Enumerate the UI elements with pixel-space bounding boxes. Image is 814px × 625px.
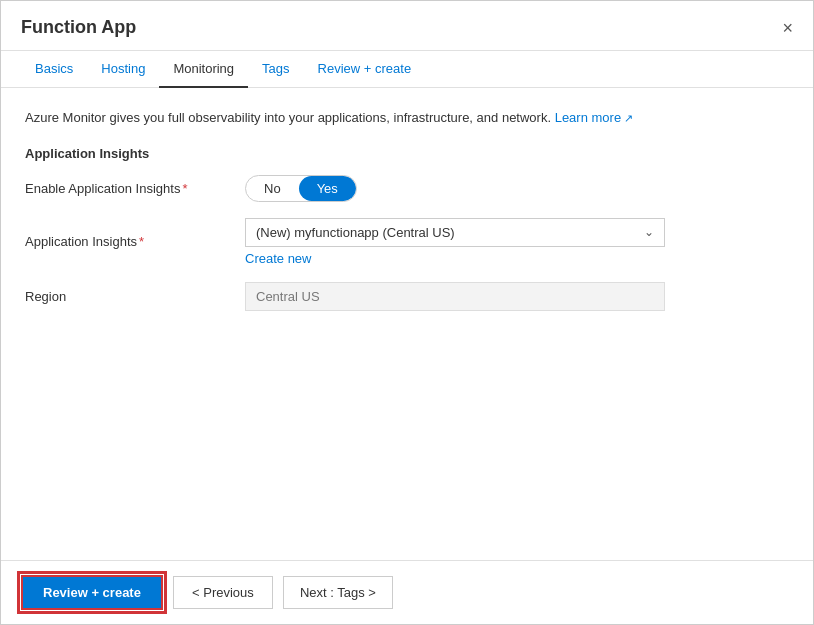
previous-button[interactable]: < Previous bbox=[173, 576, 273, 609]
insights-label: Application Insights* bbox=[25, 234, 245, 249]
enable-toggle[interactable]: No Yes bbox=[245, 175, 357, 202]
section-title: Application Insights bbox=[25, 146, 789, 161]
dialog-header: Function App × bbox=[1, 1, 813, 51]
dialog-footer: Review + create < Previous Next : Tags > bbox=[1, 560, 813, 624]
function-app-dialog: Function App × Basics Hosting Monitoring… bbox=[0, 0, 814, 625]
create-new-link[interactable]: Create new bbox=[245, 251, 311, 266]
insights-dropdown-wrapper: (New) myfunctionapp (Central US) ⌄ Creat… bbox=[245, 218, 665, 266]
region-label: Region bbox=[25, 289, 245, 304]
toggle-yes[interactable]: Yes bbox=[299, 176, 356, 201]
insights-row: Application Insights* (New) myfunctionap… bbox=[25, 218, 789, 266]
insights-select-value: (New) myfunctionapp (Central US) bbox=[246, 219, 664, 246]
dialog-title: Function App bbox=[21, 17, 136, 50]
tab-review-create[interactable]: Review + create bbox=[304, 51, 426, 88]
toggle-no[interactable]: No bbox=[246, 176, 299, 201]
tab-hosting[interactable]: Hosting bbox=[87, 51, 159, 88]
review-create-button[interactable]: Review + create bbox=[21, 575, 163, 610]
region-control bbox=[245, 282, 665, 311]
insights-select[interactable]: (New) myfunctionapp (Central US) ⌄ bbox=[245, 218, 665, 247]
tab-bar: Basics Hosting Monitoring Tags Review + … bbox=[1, 51, 813, 88]
toggle-control: No Yes bbox=[245, 175, 665, 202]
enable-insights-row: Enable Application Insights* No Yes bbox=[25, 175, 789, 202]
dialog-body: Azure Monitor gives you full observabili… bbox=[1, 88, 813, 560]
enable-insights-label: Enable Application Insights* bbox=[25, 181, 245, 196]
info-text: Azure Monitor gives you full observabili… bbox=[25, 108, 789, 128]
learn-more-link[interactable]: Learn more bbox=[555, 110, 634, 125]
region-row: Region bbox=[25, 282, 789, 311]
tab-basics[interactable]: Basics bbox=[21, 51, 87, 88]
next-button[interactable]: Next : Tags > bbox=[283, 576, 393, 609]
close-button[interactable]: × bbox=[782, 19, 793, 49]
tab-monitoring[interactable]: Monitoring bbox=[159, 51, 248, 88]
tab-tags[interactable]: Tags bbox=[248, 51, 303, 88]
region-input bbox=[245, 282, 665, 311]
